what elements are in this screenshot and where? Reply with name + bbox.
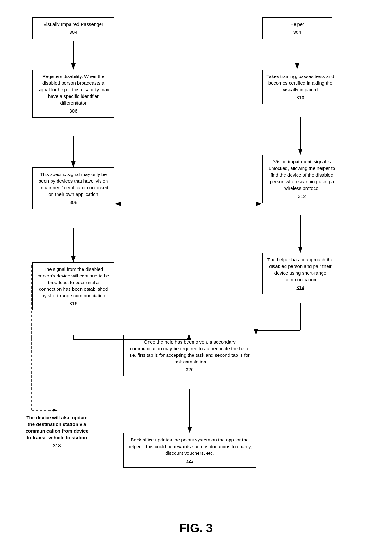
node-306-ref: 306 xyxy=(36,107,110,114)
node-316-ref: 316 xyxy=(36,300,110,307)
node-318-ref: 318 xyxy=(23,442,91,449)
helper-title-ref: 304 xyxy=(266,29,328,35)
node-310: Takes training, passes tests and becomes… xyxy=(262,70,338,104)
node-316-text: The signal from the disabled person's de… xyxy=(37,266,109,298)
vip-title-ref: 304 xyxy=(36,29,110,35)
node-320-text: Once the help has been given, a secondar… xyxy=(130,339,249,364)
node-310-ref: 310 xyxy=(266,94,334,101)
node-322: Back office updates the points system on… xyxy=(123,433,256,468)
node-306: Registers disability. When the disabled … xyxy=(32,70,114,118)
node-320-ref: 320 xyxy=(127,366,252,373)
vip-title-text: Visually Impaired Passenger xyxy=(43,21,103,27)
node-312-ref: 312 xyxy=(266,193,337,199)
node-322-text: Back office updates the points system on… xyxy=(127,437,252,456)
node-318-text: The device will also update the destinat… xyxy=(25,415,88,440)
node-314: The helper has to approach the disabled … xyxy=(262,253,338,294)
node-306-text: Registers disability. When the disabled … xyxy=(37,74,109,106)
node-310-text: Takes training, passes tests and becomes… xyxy=(266,74,334,92)
node-316: The signal from the disabled person's de… xyxy=(32,262,114,310)
helper-title-box: Helper 304 xyxy=(262,17,332,39)
node-314-ref: 314 xyxy=(266,284,334,291)
node-322-ref: 322 xyxy=(127,458,252,464)
node-308: This specific signal may only be seen by… xyxy=(32,167,114,209)
vip-title-box: Visually Impaired Passenger 304 xyxy=(32,17,114,39)
figure-label: FIG. 3 xyxy=(149,521,243,535)
node-312: 'Vision impairment' signal is unlocked, … xyxy=(262,155,341,203)
node-308-text: This specific signal may only be seen by… xyxy=(38,172,108,197)
helper-title-text: Helper xyxy=(290,21,304,27)
node-320: Once the help has been given, a secondar… xyxy=(123,335,256,376)
diagram-container: Visually Impaired Passenger 304 Helper 3… xyxy=(0,0,392,548)
node-308-ref: 308 xyxy=(36,199,110,205)
node-312-text: 'Vision impairment' signal is unlocked, … xyxy=(269,159,335,191)
node-318: The device will also update the destinat… xyxy=(19,411,95,452)
node-314-text: The helper has to approach the disabled … xyxy=(267,257,333,282)
